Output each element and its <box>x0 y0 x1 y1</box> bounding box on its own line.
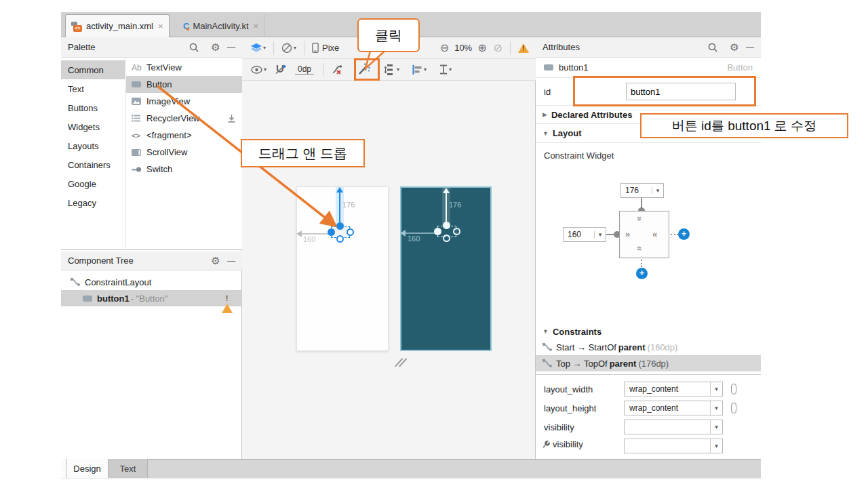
palette-items: Ab TextView Button ImageView RecyclerVie… <box>126 58 242 249</box>
minimize-icon[interactable]: — <box>224 43 242 52</box>
component-id: button1 <box>559 62 588 73</box>
canvas-resize-handle[interactable] <box>392 357 407 369</box>
search-icon[interactable] <box>189 43 207 52</box>
layout-height-dropdown[interactable]: wrap_content ▾ <box>624 401 723 415</box>
palette-item-switch[interactable]: Switch <box>126 161 242 178</box>
add-right-constraint-button[interactable]: + <box>678 228 690 240</box>
attributes-title: Attributes <box>536 42 580 52</box>
anchor-top[interactable] <box>443 222 450 229</box>
visibility-dropdown[interactable]: ▾ <box>624 420 723 434</box>
component-type: Button <box>727 62 753 73</box>
design-left-margin-label: 160 <box>303 235 315 243</box>
tab-close-icon[interactable]: × <box>254 21 259 31</box>
anchor-left[interactable] <box>434 228 441 235</box>
button-icon <box>132 79 146 89</box>
minimize-icon[interactable]: — <box>743 43 761 52</box>
blueprint-top-arrowhead <box>443 188 450 193</box>
palette-item-recyclerview[interactable]: RecyclerView <box>126 110 242 127</box>
design-surface-icon[interactable]: ▾ <box>251 43 266 53</box>
palette-category-text[interactable]: Text <box>61 79 125 98</box>
default-margin-selector[interactable]: 0dp <box>295 64 314 75</box>
blueprint-top-constraint-arrow <box>446 192 447 225</box>
tab-activity-main-xml[interactable]: <> activity_main.xml × <box>65 14 170 37</box>
zoom-level: 10% <box>454 43 472 53</box>
gear-icon[interactable]: ⚙ <box>207 255 224 267</box>
height-toggle-icon[interactable] <box>731 403 736 413</box>
anchor-bottom[interactable] <box>336 235 344 243</box>
anchor-right[interactable] <box>347 228 354 236</box>
infer-constraints-icon[interactable] <box>357 63 370 76</box>
button-icon <box>83 293 92 304</box>
guidelines-icon[interactable]: ▾ <box>439 64 452 75</box>
warning-count-icon[interactable] <box>518 43 529 53</box>
palette-category-layouts[interactable]: Layouts <box>61 136 125 155</box>
component-tree-title: Component Tree <box>61 256 134 266</box>
align-icon[interactable]: ▾ <box>412 65 427 75</box>
design-mode-tab[interactable]: Design <box>66 459 108 478</box>
textview-icon: Ab <box>132 63 146 73</box>
constraint-row-start[interactable]: Start → StartOf parent (160dp) <box>536 339 761 355</box>
wrap-height-bottom-icon: « <box>635 246 645 249</box>
palette-header: Palette ⚙ — <box>61 37 242 58</box>
palette-category-widgets[interactable]: Widgets <box>61 117 125 136</box>
palette-title: Palette <box>61 42 95 52</box>
zoom-fit-icon[interactable]: ⊘ <box>494 41 502 54</box>
palette-item-imageview[interactable]: ImageView <box>126 93 242 110</box>
palette-category-legacy[interactable]: Legacy <box>61 193 125 212</box>
palette-category-buttons[interactable]: Buttons <box>61 98 125 117</box>
device-icon[interactable] <box>312 43 319 53</box>
expand-arrow-icon[interactable]: ▶ <box>542 111 547 118</box>
palette-category-google[interactable]: Google <box>61 174 125 193</box>
palette-category-common[interactable]: Common <box>61 60 125 79</box>
design-top-arrowhead <box>336 187 343 192</box>
download-icon[interactable] <box>228 115 235 123</box>
left-margin-dropdown[interactable]: 160 ▾ <box>563 227 606 242</box>
view-options-icon[interactable]: ▾ <box>251 66 267 74</box>
collapse-arrow-icon[interactable]: ▼ <box>542 130 549 137</box>
tools-visibility-dropdown[interactable]: ▾ <box>624 439 723 453</box>
gear-icon[interactable]: ⚙ <box>207 41 224 54</box>
design-canvas[interactable] <box>242 81 536 459</box>
anchor-right[interactable] <box>453 228 460 235</box>
id-input[interactable] <box>626 83 736 100</box>
tree-item-constraintlayout[interactable]: ConstraintLayout <box>61 274 242 290</box>
collapse-arrow-icon[interactable]: ▼ <box>542 328 549 335</box>
design-left-constraint-arrow <box>299 233 330 235</box>
constraint-row-top[interactable]: Top → TopOf parent (176dp) <box>536 355 761 371</box>
switch-icon <box>132 167 146 172</box>
prop-label-layout-width: layout_width <box>544 384 593 394</box>
search-icon[interactable] <box>708 43 726 52</box>
anchor-top[interactable] <box>336 222 344 230</box>
tab-mainactivity-kt[interactable]: C MainActivity.kt × <box>178 14 264 37</box>
text-mode-tab[interactable]: Text <box>108 459 148 478</box>
add-bottom-constraint-button[interactable]: + <box>636 268 648 279</box>
wrap-width-right-icon: « <box>652 229 656 239</box>
minimize-icon[interactable]: — <box>224 256 242 266</box>
zoom-out-icon[interactable]: ⊖ <box>440 41 449 54</box>
tab-close-icon[interactable]: × <box>158 21 163 31</box>
design-toolbar-row2: ▾ 0dp ▾ ▾ ▾ <box>242 59 536 81</box>
width-toggle-icon[interactable] <box>731 384 736 394</box>
device-selector[interactable]: Pixe <box>322 43 339 53</box>
palette-item-textview[interactable]: Ab TextView <box>126 59 242 76</box>
zoom-in-icon[interactable]: ⊕ <box>477 41 486 54</box>
top-margin-dropdown[interactable]: 176 ▾ <box>620 183 664 198</box>
pack-icon[interactable]: ▾ <box>384 64 399 75</box>
palette-item-fragment[interactable]: <> <fragment> <box>126 127 242 144</box>
clear-constraints-icon[interactable] <box>332 64 344 75</box>
design-top-constraint-arrow <box>339 191 340 226</box>
constraints-section-row[interactable]: ▼ Constraints <box>536 324 761 339</box>
selected-component-row: button1 Button <box>536 58 761 78</box>
anchor-bottom[interactable] <box>443 235 450 242</box>
layout-width-dropdown[interactable]: wrap_content ▾ <box>624 382 723 396</box>
anchor-left[interactable] <box>328 228 335 236</box>
palette-category-containers[interactable]: Containers <box>61 155 125 174</box>
gear-icon[interactable]: ⚙ <box>726 41 743 54</box>
tree-item-button1[interactable]: button1 - "Button" <box>61 290 242 306</box>
palette-item-scrollview[interactable]: ScrollView <box>126 144 242 161</box>
orientation-icon[interactable]: ▾ <box>281 43 296 54</box>
palette-item-button[interactable]: Button <box>126 76 242 93</box>
constraint-icon <box>542 359 552 367</box>
right-dotted-stub <box>671 234 678 235</box>
autoconnect-off-icon[interactable] <box>275 64 286 75</box>
